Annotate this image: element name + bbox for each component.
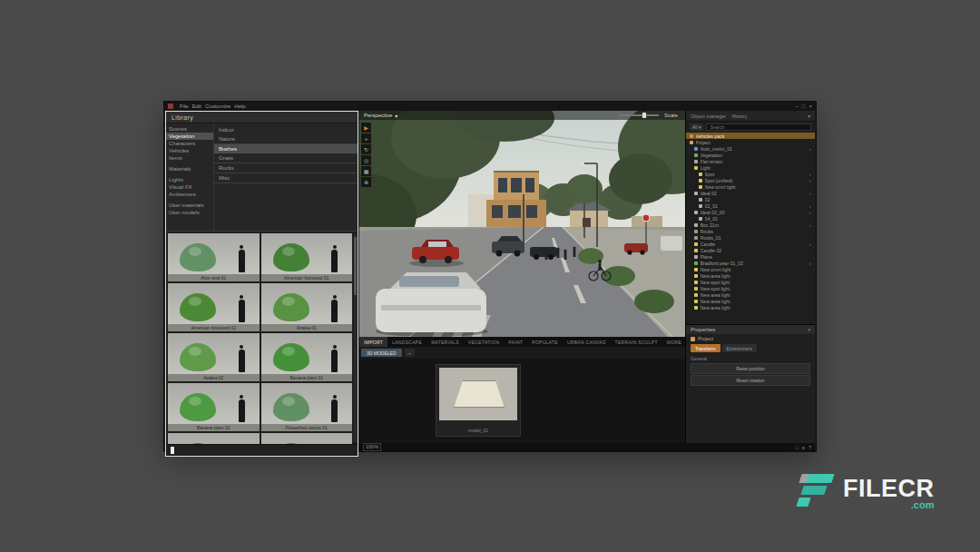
scene-tree-row[interactable]: Candle [686, 241, 815, 247]
library-item[interactable]: Flowerbed cactus 01 [261, 383, 353, 431]
scene-tree-row[interactable]: Vegetation [686, 152, 815, 158]
library-item[interactable]: Fern 01 [168, 433, 260, 444]
viewport-nav-button[interactable]: ▶ [361, 123, 371, 133]
statusbar-icon[interactable]: ≡ [802, 445, 805, 450]
menu-item[interactable]: Help [232, 104, 247, 109]
library-subcategory[interactable]: Bushes [214, 144, 358, 153]
scene-tree-row[interactable]: New spot light [686, 279, 815, 285]
dock-tab[interactable]: URBAN CANVAS [563, 337, 611, 347]
camera-view-label[interactable]: Perspective [364, 113, 392, 118]
scene-tree-row[interactable]: Auto_metro_01 [686, 145, 815, 152]
import-mode-chip[interactable]: 3D MODELED [361, 349, 402, 357]
scene-tree-row[interactable]: Candle 02 [686, 247, 815, 253]
menu-item[interactable]: Customize [203, 104, 232, 109]
properties-tab[interactable]: Transform [691, 344, 720, 352]
scene-tree-row[interactable]: 02 [686, 196, 815, 202]
viewport-nav-button[interactable]: ▦ [361, 166, 371, 176]
scene-tree-row[interactable]: Vehicles pack [686, 133, 815, 139]
properties-collapse-chevron-icon[interactable]: ▾ [808, 327, 810, 332]
reset-button[interactable]: Reset position [691, 363, 810, 374]
scene-tree-row[interactable]: New area light [686, 272, 815, 279]
street-scene-render[interactable] [359, 111, 685, 337]
viewport-nav-button[interactable]: ↻ [361, 144, 371, 154]
scene-tree-row[interactable]: 04_01 [686, 215, 815, 222]
library-scrollbar[interactable] [354, 233, 357, 442]
dock-tab[interactable]: TERRAIN SCULPT [611, 337, 662, 347]
dock-tab[interactable]: VEGETATION [464, 337, 504, 347]
window-control-icon[interactable]: × [808, 104, 812, 109]
library-category[interactable]: Visual FX [166, 183, 213, 191]
scene-tree-row[interactable]: Ideal 02 [686, 190, 815, 196]
panel-collapse-chevron-icon[interactable]: ▾ [808, 113, 810, 119]
library-subcategory[interactable]: Indoor [214, 125, 358, 134]
scene-tree-row[interactable]: Project [686, 139, 815, 145]
window-control-icon[interactable]: □ [802, 104, 806, 109]
scale-button[interactable]: Scale [662, 113, 681, 118]
statusbar-icon[interactable]: □ [795, 445, 798, 450]
window-control-icon[interactable]: – [796, 104, 799, 109]
library-category[interactable]: Ambiences [166, 191, 213, 198]
scale-slider[interactable] [619, 114, 659, 116]
scene-tree-row[interactable]: Rocks_01 [686, 234, 815, 241]
library-category[interactable]: Scenes [166, 125, 213, 133]
dock-tab[interactable]: LANDSCAPE [387, 337, 426, 347]
scene-tree-row[interactable]: Box 21m [686, 222, 815, 228]
library-category[interactable]: Vegetation [166, 133, 213, 140]
library-category[interactable]: Characters [166, 140, 213, 147]
scene-tree-row[interactable]: New omni light [686, 266, 815, 272]
scene-tree-row[interactable]: Spot [686, 171, 815, 177]
scene-tree-row[interactable]: Flat terrain [686, 158, 815, 164]
scene-tree-row[interactable]: New omni light [686, 183, 815, 190]
viewport-nav-button[interactable]: ⊕ [361, 177, 371, 187]
library-category[interactable]: Items [166, 154, 213, 162]
scene-tree-row[interactable]: Bradford pear 01_02 [686, 260, 815, 266]
library-item[interactable]: Azalea 02 [168, 333, 260, 381]
scene-tree-row[interactable]: Light [686, 164, 815, 171]
scene-tree-row[interactable]: Spot (unified) [686, 177, 815, 183]
dock-tab[interactable]: IMPORT [359, 337, 387, 347]
tab-history[interactable]: History [731, 113, 747, 119]
library-category[interactable]: Materials [166, 165, 213, 172]
scene-tree-row[interactable]: New area light [686, 291, 815, 298]
scene-tree-row[interactable]: 02_01 [686, 202, 815, 209]
library-item[interactable]: Banana plant 02 [168, 383, 260, 431]
reset-button[interactable]: Reset rotation [691, 375, 810, 386]
library-item[interactable]: Azalea 01 [261, 283, 353, 331]
filter-dropdown[interactable]: All ▾ [690, 123, 703, 131]
dock-tab[interactable]: POPULATE [527, 337, 563, 347]
import-preview-card[interactable]: model_01 [436, 364, 521, 437]
import-confirm-arrow-icon[interactable]: → [405, 349, 415, 357]
library-category[interactable]: Lights [166, 176, 213, 183]
library-item[interactable]: American boxwood 01 [261, 233, 353, 281]
library-subcategory[interactable]: Rocks [214, 163, 358, 173]
viewport-nav-button[interactable]: ◎ [361, 155, 371, 165]
library-scrollbar-thumb[interactable] [354, 237, 357, 295]
menu-item[interactable]: Edit [191, 104, 203, 109]
zoom-level[interactable]: 100% [363, 443, 381, 451]
library-category[interactable]: Vehicles [166, 147, 213, 154]
library-item[interactable]: Fern 02 [261, 433, 353, 444]
library-item[interactable]: Banana plant 01 [261, 333, 353, 381]
search-input[interactable] [706, 123, 811, 131]
scene-tree-row[interactable]: New spot light [686, 285, 815, 291]
menu-item[interactable]: File [178, 104, 191, 109]
dock-tab[interactable]: MORE [662, 337, 686, 347]
scene-tree-row[interactable]: New area light [686, 298, 815, 304]
viewport[interactable]: Perspective ▾ Scale ▶ + [359, 111, 685, 337]
scene-tree-row[interactable]: Plane [686, 253, 815, 260]
camera-dropdown-chevron-icon[interactable]: ▾ [395, 113, 397, 119]
library-category[interactable]: User models [166, 209, 213, 216]
library-subcategory[interactable]: Nature [214, 134, 358, 144]
library-item[interactable]: American boxwood 02 [168, 283, 260, 331]
scene-tree-row[interactable]: Ideal 02_00 [686, 209, 815, 215]
statusbar-icon[interactable]: ? [808, 445, 811, 450]
dock-tab[interactable]: PAINT [504, 337, 527, 347]
scene-tree-row[interactable]: Rocks [686, 228, 815, 234]
dock-tab[interactable]: MATERIALS [426, 337, 464, 347]
library-subcategory[interactable]: Misc [214, 173, 358, 183]
scale-slider-knob[interactable] [642, 113, 646, 118]
library-category[interactable]: User materials [166, 202, 213, 209]
library-item[interactable]: Aloe vera 01 [168, 233, 260, 281]
tab-object-manager[interactable]: Object manager [691, 113, 726, 119]
viewport-nav-button[interactable]: + [361, 133, 371, 143]
